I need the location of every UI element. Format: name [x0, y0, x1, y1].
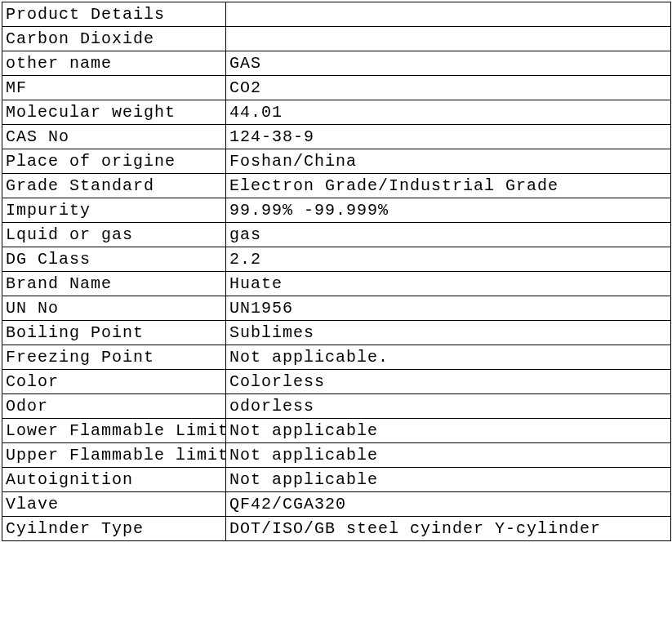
- value-cell: Sublimes: [226, 321, 671, 345]
- value-cell: 44.01: [226, 100, 671, 125]
- value-cell: gas: [226, 223, 671, 247]
- value-cell: Foshan/China: [226, 149, 671, 174]
- property-cell: Upper Flammable limit: [2, 443, 226, 468]
- property-cell: UN No: [2, 296, 226, 321]
- table-row: UN NoUN1956: [2, 296, 671, 321]
- table-row: Impurity99.99% -99.999%: [2, 198, 671, 223]
- value-cell: 2.2: [226, 247, 671, 272]
- table-row: Product Details: [2, 2, 671, 27]
- table-row: ColorColorless: [2, 370, 671, 394]
- property-cell: Boiling Point: [2, 321, 226, 345]
- property-cell: other name: [2, 51, 226, 76]
- table-row: Lower Flammable LimitNot applicable: [2, 419, 671, 443]
- table-row: Odorodorless: [2, 394, 671, 419]
- table-row: Freezing Point Not applicable.: [2, 345, 671, 370]
- table-row: Molecular weight44.01: [2, 100, 671, 125]
- property-cell: Vlave: [2, 492, 226, 517]
- property-cell: Grade Standard: [2, 174, 226, 198]
- value-cell: 124-38-9: [226, 125, 671, 149]
- table-row: Brand NameHuate: [2, 272, 671, 296]
- table-row: Cyilnder TypeDOT/ISO/GB steel cyinder Y-…: [2, 517, 671, 541]
- property-cell: Brand Name: [2, 272, 226, 296]
- table-row: Carbon Dioxide: [2, 27, 671, 51]
- property-cell: Cyilnder Type: [2, 517, 226, 541]
- value-cell: DOT/ISO/GB steel cyinder Y-cylinder: [226, 517, 671, 541]
- value-cell: Electron Grade/Industrial Grade: [226, 174, 671, 198]
- value-cell: UN1956: [226, 296, 671, 321]
- table-row: AutoignitionNot applicable: [2, 468, 671, 492]
- property-cell: Molecular weight: [2, 100, 226, 125]
- property-cell: Odor: [2, 394, 226, 419]
- value-cell: QF42/CGA320: [226, 492, 671, 517]
- value-cell: Not applicable: [226, 419, 671, 443]
- value-cell: Not applicable: [226, 468, 671, 492]
- table-row: MFCO2: [2, 76, 671, 100]
- table-row: Grade StandardElectron Grade/Industrial …: [2, 174, 671, 198]
- property-cell: Impurity: [2, 198, 226, 223]
- value-cell: Huate: [226, 272, 671, 296]
- table-row: VlaveQF42/CGA320: [2, 492, 671, 517]
- property-cell: MF: [2, 76, 226, 100]
- value-cell: Not applicable.: [226, 345, 671, 370]
- table-row: Lquid or gasgas: [2, 223, 671, 247]
- value-cell: Not applicable: [226, 443, 671, 468]
- table-row: Upper Flammable limitNot applicable: [2, 443, 671, 468]
- property-cell: DG Class: [2, 247, 226, 272]
- value-cell: GAS: [226, 51, 671, 76]
- table-row: Place of origineFoshan/China: [2, 149, 671, 174]
- property-cell: Carbon Dioxide: [2, 27, 226, 51]
- value-cell: [226, 2, 671, 27]
- value-cell: Colorless: [226, 370, 671, 394]
- product-details-table: Product Details Carbon Dioxide other nam…: [2, 2, 671, 541]
- value-cell: CO2: [226, 76, 671, 100]
- property-cell: Product Details: [2, 2, 226, 27]
- property-cell: Freezing Point: [2, 345, 226, 370]
- property-cell: Color: [2, 370, 226, 394]
- property-cell: Lquid or gas: [2, 223, 226, 247]
- table-body: Product Details Carbon Dioxide other nam…: [2, 2, 671, 541]
- table-row: other nameGAS: [2, 51, 671, 76]
- value-cell: [226, 27, 671, 51]
- property-cell: Lower Flammable Limit: [2, 419, 226, 443]
- table-row: CAS No124-38-9: [2, 125, 671, 149]
- table-row: DG Class2.2: [2, 247, 671, 272]
- property-cell: Autoignition: [2, 468, 226, 492]
- property-cell: Place of origine: [2, 149, 226, 174]
- value-cell: odorless: [226, 394, 671, 419]
- table-row: Boiling Point Sublimes: [2, 321, 671, 345]
- property-cell: CAS No: [2, 125, 226, 149]
- value-cell: 99.99% -99.999%: [226, 198, 671, 223]
